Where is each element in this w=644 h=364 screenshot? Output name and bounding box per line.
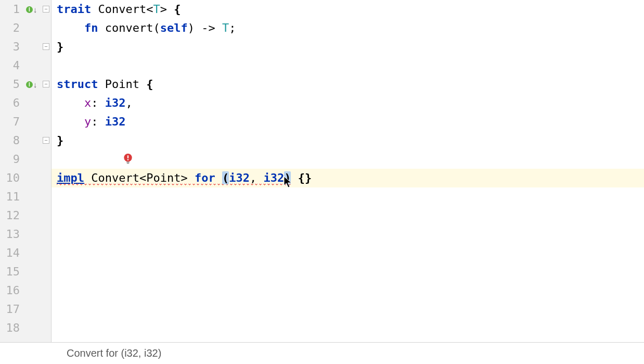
gutter: 1 2 3 4 5 6 7 8 9 10 11 12 13 14 15 16 1… — [0, 0, 51, 342]
type-name: Point — [105, 78, 139, 91]
code-line[interactable]: struct Point { — [51, 75, 644, 94]
generic-param: T — [153, 3, 160, 16]
line-number[interactable]: 5 — [0, 75, 20, 94]
error-intention-bulb-icon[interactable] — [122, 153, 134, 165]
code-line[interactable]: fn convert(self) -> T; — [51, 19, 644, 37]
svg-rect-4 — [127, 163, 129, 164]
primitive-type: i32 — [263, 171, 284, 184]
code-line[interactable]: x: i32, — [51, 94, 644, 112]
type-name: Convert — [98, 3, 146, 16]
paren-open: ( — [222, 171, 229, 184]
line-number[interactable]: 1 — [0, 0, 20, 19]
fold-toggle-icon[interactable]: − — [43, 43, 49, 50]
code-line[interactable] — [51, 281, 644, 300]
svg-rect-3 — [126, 162, 130, 163]
primitive-type: i32 — [105, 115, 126, 128]
code-line[interactable] — [51, 262, 644, 281]
fold-toggle-icon[interactable]: − — [43, 137, 49, 144]
primitive-type: i32 — [229, 171, 250, 184]
code-line[interactable] — [51, 206, 644, 225]
line-number[interactable]: 18 — [0, 319, 20, 337]
line-number[interactable]: 3 — [0, 37, 20, 56]
self-keyword: self — [160, 21, 188, 34]
field-name: y — [84, 115, 91, 128]
code-line[interactable] — [51, 225, 644, 244]
fold-toggle-icon[interactable]: − — [43, 6, 49, 12]
keyword: for — [195, 171, 215, 184]
code-line[interactable] — [51, 300, 644, 319]
primitive-type: i32 — [105, 96, 126, 109]
code-line[interactable] — [51, 319, 644, 337]
line-number[interactable]: 9 — [0, 150, 20, 169]
trait-name: Convert — [91, 171, 139, 184]
code-line-current[interactable]: impl Convert<Point> for (i32, i32) {} — [51, 169, 644, 187]
svg-rect-1 — [127, 155, 128, 158]
code-line[interactable]: } — [51, 37, 644, 56]
type-arg: Point — [146, 171, 181, 184]
line-number[interactable]: 15 — [0, 262, 20, 281]
line-number[interactable]: 6 — [0, 94, 20, 112]
fold-column: − − − − — [42, 0, 51, 342]
code-line[interactable]: trait Convert<T> { — [51, 0, 644, 19]
keyword: struct — [57, 78, 98, 91]
keyword: trait — [57, 3, 91, 16]
fold-toggle-icon[interactable]: − — [43, 81, 49, 87]
return-type: T — [222, 21, 229, 34]
line-number[interactable]: 16 — [0, 281, 20, 300]
code-line[interactable]: y: i32 — [51, 112, 644, 131]
code-line[interactable]: } — [51, 131, 644, 150]
code-line[interactable] — [51, 187, 644, 206]
line-number[interactable]: 8 — [0, 131, 20, 150]
field-name: x — [84, 96, 91, 109]
line-number-column: 1 2 3 4 5 6 7 8 9 10 11 12 13 14 15 16 1… — [0, 0, 23, 342]
code-line[interactable] — [51, 150, 644, 169]
svg-rect-2 — [127, 159, 128, 160]
line-number[interactable]: 10 — [0, 169, 20, 187]
breadcrumb-item[interactable]: Convert for (i32, i32) — [67, 347, 161, 359]
breadcrumbs-bar[interactable]: Convert for (i32, i32) — [0, 342, 644, 364]
line-number[interactable]: 13 — [0, 225, 20, 244]
implemented-icon[interactable]: I↓ — [26, 4, 38, 15]
line-number[interactable]: 11 — [0, 187, 20, 206]
code-line[interactable] — [51, 56, 644, 75]
line-number[interactable]: 2 — [0, 19, 20, 37]
keyword: fn — [84, 21, 98, 34]
marker-column: I↓ I↓ — [23, 0, 42, 342]
implemented-icon[interactable]: I↓ — [26, 79, 38, 90]
line-number[interactable]: 12 — [0, 206, 20, 225]
line-number[interactable]: 7 — [0, 112, 20, 131]
line-number[interactable]: 17 — [0, 300, 20, 319]
keyword: impl — [57, 171, 84, 184]
line-number[interactable]: 4 — [0, 56, 20, 75]
line-number[interactable]: 14 — [0, 244, 20, 262]
editor[interactable]: 1 2 3 4 5 6 7 8 9 10 11 12 13 14 15 16 1… — [0, 0, 644, 342]
paren-close: ) — [284, 171, 291, 184]
code-line[interactable] — [51, 244, 644, 262]
code-area[interactable]: trait Convert<T> { fn convert(self) -> T… — [51, 0, 644, 342]
fn-name: convert — [98, 21, 153, 34]
